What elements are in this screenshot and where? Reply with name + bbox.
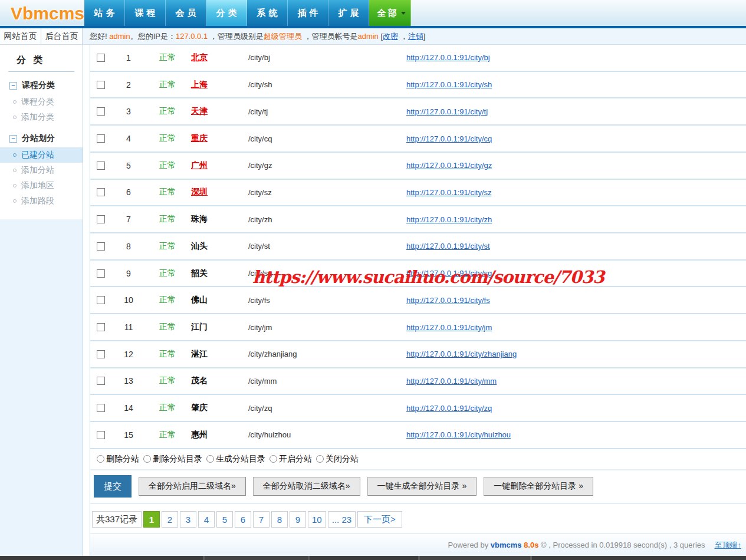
row-status: 正常 bbox=[159, 375, 191, 386]
nav-tab-course[interactable]: 课程 bbox=[125, 0, 166, 26]
row-url-link[interactable]: http://127.0.0.1:91/city/jm bbox=[406, 323, 492, 332]
collapse-icon[interactable]: − bbox=[9, 82, 17, 90]
row-url-link[interactable]: http://127.0.0.1:91/city/huizhou bbox=[406, 430, 511, 439]
sidebar-item-add-region[interactable]: 添加地区 bbox=[0, 178, 83, 193]
sidebar-group-substation[interactable]: − 分站划分 bbox=[9, 133, 83, 144]
row-status: 正常 bbox=[159, 268, 191, 279]
row-url-link[interactable]: http://127.0.0.1:91/city/zhanjiang bbox=[406, 350, 517, 358]
row-checkbox[interactable] bbox=[97, 269, 105, 278]
row-url-link[interactable]: http://127.0.0.1:91/city/mm bbox=[406, 377, 497, 386]
page-button[interactable]: 6 bbox=[235, 511, 251, 528]
radio-disable-substation[interactable]: 关闭分站 bbox=[316, 454, 359, 465]
back-to-top-link[interactable]: 至顶端↑ bbox=[715, 540, 742, 551]
change-password-link[interactable]: 改密 bbox=[383, 31, 398, 42]
sidebar-item-course-category[interactable]: 课程分类 bbox=[0, 94, 83, 110]
sidebar-item-built-substations[interactable]: 已建分站 bbox=[0, 147, 83, 163]
radio-icon[interactable] bbox=[143, 455, 151, 463]
tab-site-home[interactable]: 网站首页 bbox=[0, 28, 41, 44]
page-button-last[interactable]: ... 23 bbox=[328, 511, 356, 528]
row-path: /city/cq bbox=[248, 134, 406, 143]
page-button[interactable]: 3 bbox=[180, 511, 196, 528]
row-url-link[interactable]: http://127.0.0.1:91/city/zq bbox=[406, 404, 492, 413]
row-checkbox[interactable] bbox=[97, 404, 105, 412]
row-url-link[interactable]: http://127.0.0.1:91/city/zh bbox=[406, 215, 492, 224]
row-url-link[interactable]: http://127.0.0.1:91/city/tj bbox=[406, 107, 488, 116]
row-status: 正常 bbox=[159, 295, 191, 305]
enable-all-subdomain-button[interactable]: 全部分站启用二级域名» bbox=[139, 477, 246, 496]
nav-tab-plugin[interactable]: 插件 bbox=[288, 0, 328, 26]
delete-all-dirs-button[interactable]: 一键删除全部分站目录 » bbox=[484, 477, 593, 496]
radio-generate-substation-dir[interactable]: 生成分站目录 bbox=[206, 454, 265, 465]
sidebar-item-add-category[interactable]: 添加分类 bbox=[0, 110, 83, 125]
cancel-all-subdomain-button[interactable]: 全部分站取消二级域名» bbox=[253, 477, 360, 496]
row-checkbox[interactable] bbox=[97, 323, 105, 331]
nav-tab-all[interactable]: 全部 bbox=[369, 0, 411, 26]
row-url-link[interactable]: http://127.0.0.1:91/city/fs bbox=[406, 296, 490, 305]
radio-icon[interactable] bbox=[206, 455, 214, 463]
radio-icon[interactable] bbox=[97, 455, 104, 463]
sidebar-item-add-road[interactable]: 添加路段 bbox=[0, 193, 83, 209]
nav-tab-member[interactable]: 会员 bbox=[166, 0, 206, 26]
radio-label: 开启分站 bbox=[279, 454, 312, 465]
radio-icon[interactable] bbox=[316, 455, 324, 463]
row-checkbox[interactable] bbox=[97, 54, 105, 62]
nav-tab-site[interactable]: 站务 bbox=[84, 0, 125, 26]
page-button[interactable]: 5 bbox=[216, 511, 233, 528]
nav-tab-category[interactable]: 分类 bbox=[206, 0, 247, 26]
row-checkbox[interactable] bbox=[97, 81, 105, 89]
brand-link[interactable]: vbmcms bbox=[491, 541, 522, 549]
row-city-link[interactable]: 重庆 bbox=[191, 133, 248, 144]
row-url-link[interactable]: http://127.0.0.1:91/city/sg bbox=[406, 269, 492, 278]
tab-admin-home[interactable]: 后台首页 bbox=[41, 28, 83, 44]
row-checkbox[interactable] bbox=[97, 296, 105, 304]
row-url-link[interactable]: http://127.0.0.1:91/city/sh bbox=[406, 80, 492, 89]
radio-enable-substation[interactable]: 开启分站 bbox=[270, 454, 312, 465]
page-button[interactable]: 8 bbox=[271, 511, 288, 528]
page-button-current[interactable]: 1 bbox=[143, 511, 160, 528]
logout-link[interactable]: 注销 bbox=[408, 31, 423, 42]
radio-delete-substation[interactable]: 删除分站 bbox=[97, 454, 139, 465]
row-city-link[interactable]: 北京 bbox=[191, 52, 248, 63]
page-button[interactable]: 7 bbox=[253, 511, 270, 528]
row-checkbox[interactable] bbox=[97, 431, 105, 439]
radio-icon[interactable] bbox=[270, 455, 277, 463]
row-city-link[interactable]: 广州 bbox=[191, 160, 248, 171]
submit-button[interactable]: 提交 bbox=[94, 475, 132, 498]
sidebar-item-add-substation[interactable]: 添加分站 bbox=[0, 163, 83, 178]
row-url-link[interactable]: http://127.0.0.1:91/city/bj bbox=[406, 53, 490, 62]
nav-tab-system[interactable]: 系统 bbox=[247, 0, 288, 26]
row-checkbox[interactable] bbox=[97, 134, 105, 143]
page-button[interactable]: 10 bbox=[308, 511, 326, 528]
row-url-link[interactable]: http://127.0.0.1:91/city/st bbox=[406, 242, 490, 251]
next-page-button[interactable]: 下一页> bbox=[357, 511, 402, 528]
row-checkbox[interactable] bbox=[97, 350, 105, 358]
nav-tab-extend[interactable]: 扩展 bbox=[328, 0, 369, 26]
row-city-link[interactable]: 深圳 bbox=[191, 187, 248, 197]
radio-delete-substation-dir[interactable]: 删除分站目录 bbox=[143, 454, 202, 465]
row-city-link[interactable]: 上海 bbox=[191, 80, 248, 90]
sidebar-menu-panel: 分 类 − 课程分类 课程分类 添加分类 − 分站划分 已建分站 bbox=[0, 45, 83, 219]
sidebar-group-course-category[interactable]: − 课程分类 bbox=[9, 80, 83, 91]
collapse-icon[interactable]: − bbox=[9, 135, 17, 143]
row-checkbox[interactable] bbox=[97, 162, 105, 170]
row-status: 正常 bbox=[159, 241, 191, 252]
row-path: /city/bj bbox=[248, 53, 406, 62]
row-checkbox[interactable] bbox=[97, 242, 105, 251]
row-url-link[interactable]: http://127.0.0.1:91/city/sz bbox=[406, 188, 492, 197]
row-status: 正常 bbox=[159, 133, 191, 144]
row-number: 3 bbox=[105, 107, 152, 116]
page-button[interactable]: 4 bbox=[198, 511, 215, 528]
page-button[interactable]: 9 bbox=[290, 511, 306, 528]
row-url-link[interactable]: http://127.0.0.1:91/city/gz bbox=[406, 161, 492, 170]
sidebar-title: 分 类 bbox=[17, 54, 83, 67]
row-checkbox[interactable] bbox=[97, 107, 105, 116]
row-city-link[interactable]: 天津 bbox=[191, 106, 248, 117]
row-checkbox[interactable] bbox=[97, 188, 105, 196]
row-url-link[interactable]: http://127.0.0.1:91/city/cq bbox=[406, 134, 492, 143]
page-button[interactable]: 2 bbox=[162, 511, 178, 528]
radio-label: 关闭分站 bbox=[326, 454, 359, 465]
generate-all-dirs-button[interactable]: 一键生成全部分站目录 » bbox=[367, 477, 477, 496]
row-checkbox[interactable] bbox=[97, 377, 105, 385]
row-checkbox[interactable] bbox=[97, 215, 105, 223]
content-area: 分 类 − 课程分类 课程分类 添加分类 − 分站划分 已建分站 bbox=[0, 45, 746, 556]
